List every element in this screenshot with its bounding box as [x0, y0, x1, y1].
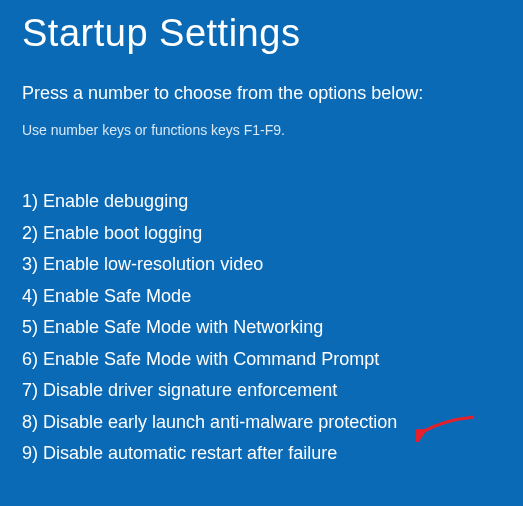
option-label: Disable automatic restart after failure [43, 443, 337, 463]
option-number: 3) [22, 254, 38, 274]
option-enable-safe-mode-networking[interactable]: 5) Enable Safe Mode with Networking [22, 312, 501, 344]
page-title: Startup Settings [22, 12, 501, 55]
arrow-annotation-icon [416, 414, 476, 442]
option-label: Enable Safe Mode with Networking [43, 317, 323, 337]
hint-text: Use number keys or functions keys F1-F9. [22, 122, 501, 138]
option-label: Enable boot logging [43, 223, 202, 243]
option-number: 2) [22, 223, 38, 243]
option-label: Disable driver signature enforcement [43, 380, 337, 400]
instruction-text: Press a number to choose from the option… [22, 83, 501, 104]
option-enable-debugging[interactable]: 1) Enable debugging [22, 186, 501, 218]
option-number: 7) [22, 380, 38, 400]
option-enable-safe-mode-command-prompt[interactable]: 6) Enable Safe Mode with Command Prompt [22, 344, 501, 376]
option-enable-safe-mode[interactable]: 4) Enable Safe Mode [22, 281, 501, 313]
option-disable-driver-signature-enforcement[interactable]: 7) Disable driver signature enforcement [22, 375, 501, 407]
option-number: 9) [22, 443, 38, 463]
option-label: Disable early launch anti-malware protec… [43, 412, 397, 432]
option-enable-boot-logging[interactable]: 2) Enable boot logging [22, 218, 501, 250]
option-label: Enable debugging [43, 191, 188, 211]
option-number: 8) [22, 412, 38, 432]
option-disable-automatic-restart[interactable]: 9) Disable automatic restart after failu… [22, 438, 501, 470]
option-number: 1) [22, 191, 38, 211]
option-label: Enable Safe Mode with Command Prompt [43, 349, 379, 369]
option-label: Enable low-resolution video [43, 254, 263, 274]
option-label: Enable Safe Mode [43, 286, 191, 306]
option-number: 4) [22, 286, 38, 306]
option-number: 5) [22, 317, 38, 337]
option-number: 6) [22, 349, 38, 369]
option-enable-low-resolution-video[interactable]: 3) Enable low-resolution video [22, 249, 501, 281]
